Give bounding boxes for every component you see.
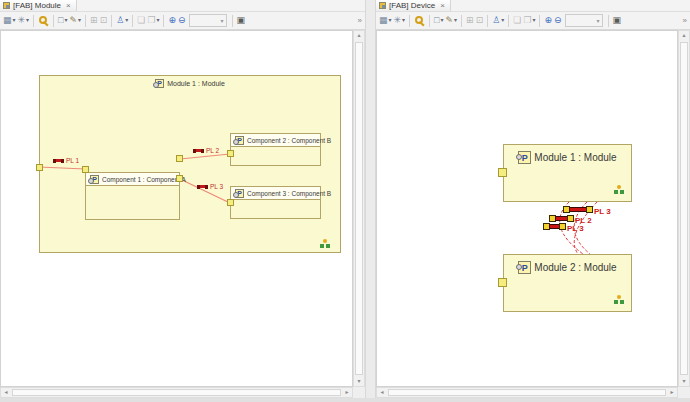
toolbar-separator [608, 15, 609, 27]
person-icon: ♙ [492, 13, 500, 28]
link-label-text: PL 3 [594, 207, 611, 216]
export-image-button[interactable]: ⊞ [465, 13, 475, 28]
vertical-scrollbar[interactable]: ▴ ▾ [353, 30, 365, 387]
port-module1-left[interactable] [498, 168, 507, 177]
panel-sash[interactable] [365, 0, 376, 398]
scroll-left-icon[interactable]: ◂ [1, 388, 11, 397]
scroll-right-icon[interactable]: ▸ [342, 388, 352, 397]
node-title-label: Component 3 : Component B [247, 190, 331, 197]
physical-link-icon [197, 185, 208, 189]
zoom-out-button[interactable]: ⊖ [177, 13, 187, 28]
link-label-text: PL 2 [206, 147, 219, 154]
scroll-down-icon[interactable]: ▾ [679, 377, 689, 386]
diagram-canvas-module[interactable]: P Module 1 : Module P Component 1 : Comp… [0, 30, 353, 387]
zoom-in-button[interactable]: ⊕ [167, 13, 177, 28]
toolbar-separator [132, 15, 133, 27]
vertical-scrollbar[interactable]: ▴ ▾ [678, 30, 690, 387]
copy-format-button[interactable]: ❏ [136, 13, 146, 28]
horizontal-scrollbar[interactable]: ◂ ▸ [376, 387, 678, 398]
layers-button[interactable]: ✳▾ [393, 13, 407, 28]
port-component1-right-top[interactable] [176, 155, 183, 162]
person-icon: ♙ [116, 13, 124, 28]
physical-link-icon[interactable] [543, 223, 566, 230]
scroll-right-icon[interactable]: ▸ [667, 388, 677, 397]
physical-link-icon[interactable] [563, 206, 593, 213]
tab-fab-device[interactable]: [FAB] Device × [376, 0, 451, 11]
physical-link-icon[interactable] [549, 215, 574, 222]
physical-link-pl2[interactable] [180, 154, 230, 159]
scroll-up-icon[interactable]: ▴ [679, 31, 689, 40]
port-component1-left[interactable] [82, 166, 89, 173]
filters-icon: ▦ [379, 13, 388, 28]
node-title-label: Component 2 : Component B [247, 137, 331, 144]
layers-button[interactable]: ✳▾ [17, 13, 31, 28]
link-label-pl2[interactable]: PL 2 [193, 147, 219, 154]
diagram-canvas-device[interactable]: P Module 1 : Module P Module 2 : Module [376, 30, 678, 387]
chevron-down-icon: ▾ [78, 13, 81, 28]
node-component-2[interactable]: P Component 2 : Component B [230, 133, 321, 166]
snapshot-button[interactable]: ▣ [236, 13, 247, 28]
snapshot-button[interactable]: ▣ [612, 13, 623, 28]
physical-component-icon: P [235, 189, 244, 198]
port-component3-left[interactable] [227, 199, 234, 206]
filters-button[interactable]: ▦▾ [2, 13, 17, 28]
export-image-icon: ⊞ [466, 13, 474, 28]
link-label-pl3[interactable]: PL 3 [197, 183, 223, 190]
port-module-left[interactable] [36, 164, 43, 171]
scroll-down-icon[interactable]: ▾ [354, 377, 364, 386]
node-component-1[interactable]: P Component 1 : Component A [85, 172, 180, 220]
paste-format-button[interactable]: ❐▾ [146, 13, 160, 28]
toolbar-overflow-icon[interactable]: » [358, 16, 363, 25]
shape-style-button[interactable]: □▾ [57, 13, 68, 28]
line-style-button[interactable]: ✎▾ [445, 13, 459, 28]
link-label-pl3-top[interactable]: PL 3 [594, 207, 611, 216]
scrollbar-corner [353, 387, 365, 398]
print-button[interactable]: ⊡ [99, 13, 109, 28]
diagram-toolbar-left: ▦▾ ✳▾ □▾ ✎▾ ⊞ ⊡ ♙▾ ❏ ❐▾ ⊕ ⊖ ▾ ▣ » [0, 12, 365, 30]
zoom-level-combo[interactable]: ▾ [565, 14, 603, 27]
horizontal-scrollbar[interactable]: ◂ ▸ [0, 387, 353, 398]
key-button[interactable] [413, 13, 426, 28]
toolbar-separator [409, 15, 410, 27]
chevron-down-icon: ▾ [532, 13, 535, 28]
tabbar-left: [FAB] Module × [0, 0, 365, 12]
window-bottom-edge [0, 398, 690, 402]
port-module2-left[interactable] [498, 278, 507, 287]
zoom-out-button[interactable]: ⊖ [553, 13, 563, 28]
key-icon [414, 15, 425, 26]
line-style-button[interactable]: ✎▾ [69, 13, 83, 28]
scroll-left-icon[interactable]: ◂ [377, 388, 387, 397]
node-title: P Component 3 : Component B [231, 187, 320, 200]
chevron-down-icon: ▾ [402, 13, 405, 28]
link-label-pl1[interactable]: PL 1 [53, 157, 79, 164]
actor-button[interactable]: ♙▾ [491, 13, 505, 28]
scrollbar-thumb[interactable] [388, 389, 666, 396]
filters-button[interactable]: ▦▾ [378, 13, 393, 28]
zoom-level-combo[interactable]: ▾ [189, 14, 227, 27]
close-icon[interactable]: × [66, 1, 71, 10]
port-component2-left[interactable] [227, 150, 234, 157]
copy-format-button[interactable]: ❏ [512, 13, 522, 28]
node-component-3[interactable]: P Component 3 : Component B [230, 186, 321, 219]
zoom-in-icon: ⊕ [168, 13, 176, 28]
physical-link-pl1[interactable] [39, 167, 85, 169]
scroll-up-icon[interactable]: ▴ [354, 31, 364, 40]
node-title-label: Component 1 : Component A [102, 176, 186, 183]
close-icon[interactable]: × [440, 1, 445, 10]
scrollbar-thumb[interactable] [355, 42, 363, 375]
link-label-pl3-bottom[interactable]: PL 3 [567, 224, 584, 233]
shape-style-button[interactable]: □▾ [433, 13, 444, 28]
port-component1-right-bottom[interactable] [176, 175, 183, 182]
toolbar-overflow-icon[interactable]: » [683, 16, 688, 25]
print-button[interactable]: ⊡ [475, 13, 485, 28]
scrollbar-thumb[interactable] [12, 389, 341, 396]
zoom-in-button[interactable]: ⊕ [543, 13, 553, 28]
scrollbar-thumb[interactable] [680, 42, 688, 375]
editor-panel-module: [FAB] Module × ▦▾ ✳▾ □▾ ✎▾ ⊞ ⊡ ♙▾ ❏ ❐▾ ⊕… [0, 0, 365, 398]
paste-format-button[interactable]: ❐▾ [522, 13, 536, 28]
tab-fab-module[interactable]: [FAB] Module × [0, 0, 77, 11]
key-button[interactable] [37, 13, 50, 28]
export-image-button[interactable]: ⊞ [89, 13, 99, 28]
actor-button[interactable]: ♙▾ [115, 13, 129, 28]
chevron-down-icon: ▾ [501, 13, 504, 28]
